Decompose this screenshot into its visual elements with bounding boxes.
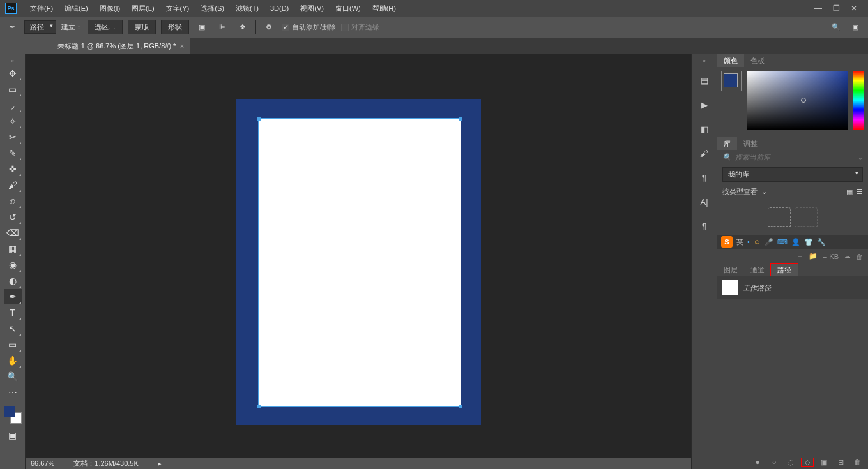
ime-skin-icon[interactable]: 👕 [804, 238, 813, 246]
marquee-tool[interactable]: ▭ [4, 82, 22, 97]
color-field[interactable] [747, 71, 848, 130]
actions-icon[interactable]: ▶ [697, 97, 712, 112]
fill-path-icon[interactable]: ● [752, 458, 763, 466]
brushes-icon[interactable]: 🖌 [697, 145, 712, 161]
history-icon[interactable]: ◧ [697, 121, 712, 137]
menu-select[interactable]: 选择(S) [195, 4, 230, 13]
window-maximize[interactable]: ❐ [827, 2, 845, 15]
handle-bl[interactable] [257, 405, 261, 408]
blur-tool[interactable]: ◉ [4, 257, 22, 272]
path-select-tool[interactable]: ↖ [4, 321, 22, 336]
swatches-tab[interactable]: 色板 [744, 54, 771, 68]
adjustments-tab[interactable]: 调整 [737, 137, 764, 151]
cloud-icon[interactable]: ☁ [844, 252, 851, 260]
search-icon[interactable]: 🔍 [722, 153, 731, 161]
ime-smiley-icon[interactable]: ☺ [754, 238, 761, 246]
handle-br[interactable] [459, 405, 462, 408]
list-view-icon[interactable]: ☰ [857, 188, 863, 196]
glyph-icon[interactable]: A| [697, 194, 712, 209]
rectangle-tool[interactable]: ▭ [4, 337, 22, 352]
hue-strip[interactable] [853, 71, 864, 130]
side-expand-icon[interactable]: « [703, 58, 705, 64]
path-arrange-icon[interactable]: ❖ [235, 20, 250, 35]
pen-tool-icon[interactable]: ✒ [5, 20, 19, 34]
ime-sogou-icon[interactable]: S [721, 236, 733, 248]
document[interactable] [236, 99, 481, 425]
quickmask-tool[interactable]: ▣ [4, 428, 22, 443]
heal-tool[interactable]: ✜ [4, 161, 22, 177]
document-tab[interactable]: 未标题-1 @ 66.7% (图层 1, RGB/8#) * × [51, 38, 190, 54]
doc-info[interactable]: 文档：1.26M/430.5K [73, 459, 139, 468]
menu-edit[interactable]: 编辑(E) [59, 4, 94, 13]
gradient-tool[interactable]: ▦ [4, 241, 22, 257]
move-tool[interactable]: ✥ [4, 66, 22, 81]
brush-tool[interactable]: 🖌 [4, 177, 22, 193]
delete-path-icon[interactable]: 🗑 [851, 458, 863, 466]
dodge-tool[interactable]: ◐ [4, 273, 22, 288]
eraser-tool[interactable]: ⌫ [4, 225, 22, 241]
menu-file[interactable]: 文件(F) [24, 4, 59, 13]
canvas[interactable]: 66.67% 文档：1.26M/430.5K ▸ [26, 54, 691, 469]
trash-icon[interactable]: 🗑 [856, 253, 863, 260]
pen-tool[interactable]: ✒ [4, 289, 22, 304]
path-to-selection-icon[interactable]: ◌ [785, 458, 796, 466]
create-selection-button[interactable]: 选区… [88, 20, 123, 34]
selection-to-path-icon[interactable]: ◇ [802, 458, 813, 466]
color-tab[interactable]: 颜色 [717, 54, 744, 68]
add-icon[interactable]: ＋ [796, 251, 803, 261]
window-close[interactable]: ✕ [845, 2, 863, 15]
handle-tr[interactable] [459, 117, 462, 121]
grid-view-icon[interactable]: ▦ [846, 188, 853, 196]
toolbox-collapse-icon[interactable]: « [2, 58, 24, 63]
window-minimize[interactable]: — [809, 2, 827, 15]
workspace-icon[interactable]: ▣ [848, 20, 863, 35]
ime-keyboard-icon[interactable]: ⌨ [777, 238, 788, 246]
tool-mode-dropdown[interactable]: 路径 [24, 20, 56, 34]
wand-tool[interactable]: ✧ [4, 114, 22, 129]
menu-type[interactable]: 文字(Y) [160, 4, 195, 13]
path-row[interactable]: 工作路径 [717, 276, 868, 299]
hand-tool[interactable]: ✋ [4, 353, 22, 368]
libraries-tab[interactable]: 库 [717, 137, 737, 151]
zoom-level[interactable]: 66.67% [31, 459, 54, 467]
path-thumbnail[interactable] [722, 280, 738, 295]
menu-layer[interactable]: 图层(L) [126, 4, 160, 13]
new-path-icon[interactable]: ⊞ [835, 458, 846, 466]
lib-search-placeholder[interactable]: 搜索当前库 [735, 153, 770, 162]
foreground-color-swatch[interactable] [4, 406, 15, 417]
ime-tools-icon[interactable]: 🔧 [817, 238, 826, 246]
channels-tab[interactable]: 通道 [744, 264, 771, 277]
path-align-icon[interactable]: ⊫ [215, 20, 230, 35]
ime-mic-icon[interactable]: 🎤 [765, 238, 773, 246]
color-preview[interactable] [721, 71, 742, 91]
menu-filter[interactable]: 滤镜(T) [230, 4, 264, 13]
lasso-tool[interactable]: ◞ [4, 98, 22, 113]
edit-toolbar[interactable]: ⋯ [4, 385, 22, 400]
app-icon[interactable]: Ps [5, 3, 17, 14]
ime-user-icon[interactable]: 👤 [791, 238, 800, 246]
create-mask-button[interactable]: 蒙版 [128, 20, 156, 34]
menu-window[interactable]: 窗口(W) [330, 4, 367, 13]
stamp-tool[interactable]: ⎌ [4, 193, 22, 209]
handle-tl[interactable] [257, 117, 261, 121]
library-select[interactable]: 我的库 [722, 167, 863, 182]
type-tool[interactable]: T [4, 305, 22, 320]
menu-view[interactable]: 视图(V) [294, 4, 330, 13]
create-shape-button[interactable]: 形状 [161, 20, 189, 34]
path-op-icon[interactable]: ▣ [194, 20, 209, 35]
auto-add-delete-checkbox[interactable]: 自动添加/删除 [282, 22, 336, 32]
chevron-down-icon[interactable]: ⌄ [761, 188, 767, 196]
chevron-down-icon[interactable]: ⌄ [857, 153, 863, 161]
status-expand-icon[interactable]: ▸ [158, 459, 162, 468]
libraries-icon[interactable]: ▤ [697, 73, 712, 88]
ime-lang[interactable]: 英 [736, 237, 743, 247]
crop-tool[interactable]: ✂ [4, 130, 22, 145]
paths-tab[interactable]: 路径 [771, 264, 798, 277]
tab-close-icon[interactable]: × [179, 42, 184, 51]
color-swatches[interactable] [4, 406, 22, 424]
eyedropper-tool[interactable]: ✎ [4, 145, 22, 161]
add-mask-icon[interactable]: ▣ [818, 458, 830, 466]
search-icon[interactable]: 🔍 [828, 20, 844, 35]
paragraph-icon[interactable]: ¶ [697, 218, 712, 234]
path-name[interactable]: 工作路径 [743, 283, 771, 293]
